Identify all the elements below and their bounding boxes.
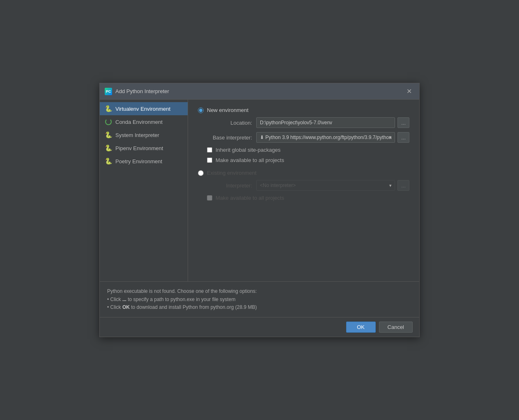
new-environment-radio-row: New environment (198, 107, 409, 113)
conda-icon (105, 118, 112, 126)
interpreter-select-wrap: <No interpreter> ... (256, 180, 409, 191)
existing-environment-fields: Interpreter: <No interpreter> ... (198, 180, 409, 201)
existing-environment-radio-row: Existing environment (198, 170, 409, 176)
footer-line1: Python executable is not found. Choose o… (107, 288, 257, 294)
inherit-global-row: Inherit global site-packages (207, 147, 409, 153)
interpreter-browse-button[interactable]: ... (397, 180, 409, 191)
sidebar-item-system[interactable]: 🐍 System Interpreter (100, 128, 188, 142)
poetry-icon: 🐍 (105, 158, 112, 165)
inherit-global-label[interactable]: Inherit global site-packages (216, 147, 280, 153)
cancel-button[interactable]: Cancel (379, 322, 413, 333)
sidebar-item-poetry[interactable]: 🐍 Poetry Environment (100, 155, 188, 168)
dialog-title: Add Python Interpreter (115, 88, 169, 94)
interpreter-select[interactable]: <No interpreter> (256, 180, 395, 191)
sidebar-item-system-label: System Interpreter (115, 132, 159, 138)
location-row: Location: ... (207, 117, 409, 128)
footer-ellipsis: ... (122, 297, 126, 302)
base-interpreter-dropdown-wrap: ⬇ Python 3.9 https://www.python.org/ftp/… (256, 132, 395, 143)
sidebar-item-poetry-label: Poetry Environment (115, 158, 162, 164)
bottom-message: Python executable is not found. Choose o… (100, 281, 419, 317)
sidebar-item-virtualenv-label: Virtualenv Environment (115, 106, 170, 112)
system-icon: 🐍 (105, 131, 112, 139)
base-interpreter-row: Base interpreter: ⬇ Python 3.9 https://w… (207, 132, 409, 143)
location-browse-button[interactable]: ... (397, 117, 409, 128)
new-environment-fields: Location: ... Base interpreter: ⬇ Py (198, 117, 409, 163)
sidebar-item-conda[interactable]: Conda Environment (100, 115, 188, 128)
interpreter-row: Interpreter: <No interpreter> ... (207, 180, 409, 191)
make-available-new-checkbox[interactable] (207, 158, 212, 163)
base-interpreter-select-wrap: ⬇ Python 3.9 https://www.python.org/ftp/… (256, 132, 409, 143)
dialog-body: 🐍 Virtualenv Environment Conda Environme… (100, 100, 419, 281)
add-python-interpreter-dialog: PC Add Python Interpreter ✕ 🐍 Virtualenv… (99, 83, 420, 337)
new-environment-radio[interactable] (198, 107, 204, 113)
make-available-new-row: Make available to all projects (207, 157, 409, 163)
location-input-wrap: ... (256, 117, 409, 128)
existing-environment-radio[interactable] (198, 170, 204, 176)
title-bar: PC Add Python Interpreter ✕ (100, 83, 419, 100)
pycharm-icon: PC (105, 88, 112, 95)
footer-bullet1: • Click ... to specify a path to python.… (107, 297, 235, 302)
location-input[interactable] (256, 117, 395, 128)
ok-button[interactable]: OK (346, 322, 376, 333)
location-label: Location: (207, 120, 252, 126)
virtualenv-icon: 🐍 (105, 105, 112, 112)
interpreter-dropdown-wrap: <No interpreter> (256, 180, 395, 191)
make-available-existing-label[interactable]: Make available to all projects (216, 195, 284, 201)
new-environment-section: New environment Location: ... Base inter… (198, 107, 409, 163)
main-content: New environment Location: ... Base inter… (188, 100, 419, 281)
base-interpreter-label: Base interpreter: (207, 135, 252, 141)
existing-environment-label[interactable]: Existing environment (207, 170, 257, 176)
inherit-global-checkbox[interactable] (207, 147, 212, 153)
dialog-footer: OK Cancel (100, 317, 419, 337)
existing-environment-section: Existing environment Interpreter: <No in… (198, 170, 409, 201)
make-available-new-label[interactable]: Make available to all projects (216, 157, 284, 163)
make-available-existing-checkbox[interactable] (207, 195, 212, 201)
title-bar-left: PC Add Python Interpreter (105, 88, 169, 95)
footer-bullet2: • Click OK to download and install Pytho… (107, 304, 257, 310)
base-interpreter-browse-button[interactable]: ... (397, 132, 409, 143)
close-button[interactable]: ✕ (404, 87, 414, 96)
base-interpreter-select[interactable]: ⬇ Python 3.9 https://www.python.org/ftp/… (256, 132, 395, 143)
sidebar-item-pipenv[interactable]: 🐍 Pipenv Environment (100, 142, 188, 155)
interpreter-label: Interpreter: (207, 183, 252, 189)
footer-ok-ref: OK (122, 304, 130, 310)
pipenv-icon: 🐍 (105, 144, 112, 152)
sidebar: 🐍 Virtualenv Environment Conda Environme… (100, 100, 188, 281)
make-available-existing-row: Make available to all projects (207, 195, 409, 201)
sidebar-item-conda-label: Conda Environment (115, 119, 163, 125)
sidebar-item-virtualenv[interactable]: 🐍 Virtualenv Environment (100, 102, 188, 115)
sidebar-item-pipenv-label: Pipenv Environment (115, 145, 163, 151)
new-environment-label[interactable]: New environment (207, 107, 248, 113)
